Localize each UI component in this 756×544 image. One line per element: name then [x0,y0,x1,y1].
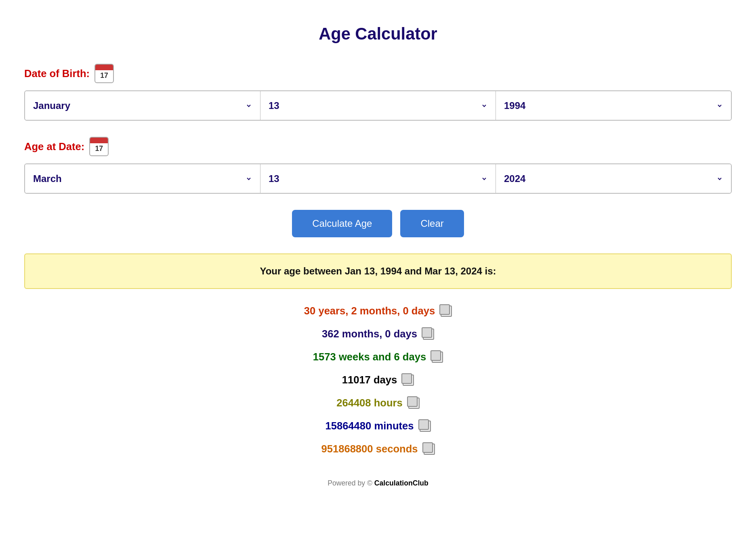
dob-year-wrapper: 1990 1991 1992 1993 1994 1995 1996 1997 … [496,91,731,120]
copy-icon[interactable] [441,305,452,317]
age-at-day-select[interactable]: 123 456 789 101112 131415 161718 192021 … [260,164,496,193]
page-title: Age Calculator [24,24,732,44]
age-at-month-wrapper: January February March April May June Ju… [25,164,260,193]
result-item: 15864480 minutes [325,420,430,432]
age-at-dropdowns: January February March April May June Ju… [24,163,732,194]
result-item: 264408 hours [336,397,420,409]
copy-icon[interactable] [408,398,420,409]
result-item: 11017 days [342,374,414,386]
age-at-year-wrapper: 2020 2021 2022 2023 2024 2025 [496,164,731,193]
result-text: 11017 days [342,374,397,386]
footer: Powered by © CalculationClub [24,479,732,488]
dob-month-wrapper: January February March April May June Ju… [25,91,260,120]
copy-icon[interactable] [432,352,443,363]
dob-month-select[interactable]: January February March April May June Ju… [25,91,260,120]
copy-icon[interactable] [420,421,431,432]
age-at-day-wrapper: 123 456 789 101112 131415 161718 192021 … [260,164,496,193]
results-section: 30 years, 2 months, 0 days362 months, 0 … [24,305,732,455]
calculate-button[interactable]: Calculate Age [292,210,392,237]
age-at-calendar-icon: 17 [89,137,109,156]
age-at-label: Age at Date: 17 [24,137,732,156]
copy-icon[interactable] [423,328,434,340]
dob-year-select[interactable]: 1990 1991 1992 1993 1994 1995 1996 1997 … [496,91,731,120]
copy-icon[interactable] [403,375,414,386]
action-buttons: Calculate Age Clear [24,210,732,237]
result-item: 362 months, 0 days [322,328,434,340]
result-item: 30 years, 2 months, 0 days [304,305,452,317]
dob-dropdowns: January February March April May June Ju… [24,90,732,121]
copy-icon[interactable] [424,444,435,455]
result-text: 264408 hours [336,397,403,409]
result-banner: Your age between Jan 13, 1994 and Mar 13… [24,253,732,289]
result-text: 15864480 minutes [325,420,414,432]
age-at-month-select[interactable]: January February March April May June Ju… [25,164,260,193]
result-text: 362 months, 0 days [322,328,417,340]
result-text: 951868800 seconds [321,443,418,455]
dob-day-wrapper: 123 456 789 101112 131415 161718 192021 … [260,91,496,120]
result-item: 951868800 seconds [321,443,435,455]
clear-button[interactable]: Clear [400,210,464,237]
age-at-year-select[interactable]: 2020 2021 2022 2023 2024 2025 [496,164,731,193]
result-item: 1573 weeks and 6 days [313,351,443,363]
result-text: 1573 weeks and 6 days [313,351,426,363]
dob-label: Date of Birth: 17 [24,64,732,83]
dob-day-select[interactable]: 123 456 789 101112 131415 161718 192021 … [260,91,496,120]
result-text: 30 years, 2 months, 0 days [304,305,435,317]
dob-calendar-icon: 17 [94,64,114,83]
